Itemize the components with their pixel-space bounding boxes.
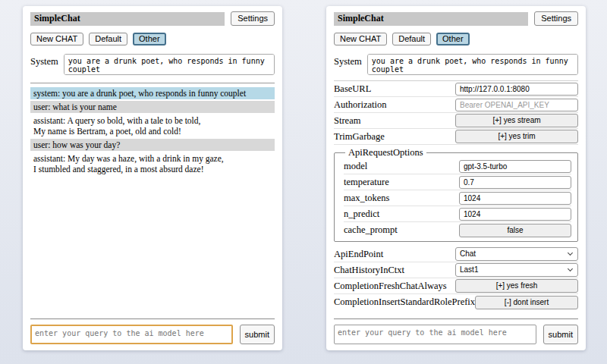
settings-list: BaseURL Authorization Stream [+] yes str… (334, 80, 578, 318)
query-input[interactable] (30, 325, 233, 344)
completion-roleprefix-toggle-button[interactable]: [-] dont insert (475, 296, 578, 309)
max-tokens-input[interactable] (459, 192, 571, 205)
setting-row-chat-history: ChatHistoryInCtxt Last1 (334, 262, 578, 278)
chat-message-user: user: how was your day? (30, 139, 275, 151)
app-title: SimpleChat (334, 12, 528, 26)
chat-history-selected-value: Last1 (460, 265, 478, 274)
chat-messages: system: you are a drunk poet, who respon… (30, 87, 275, 318)
stream-label: Stream (334, 115, 360, 127)
chat-message-user: user: what is your name (30, 101, 275, 113)
max-tokens-label: max_tokens (344, 193, 389, 204)
chat-history-label: ChatHistoryInCtxt (334, 265, 404, 276)
completion-fresh-toggle-button[interactable]: [+] yes fresh (455, 279, 578, 293)
chat-panel: SimpleChat Settings New CHAT Default Oth… (23, 6, 282, 350)
system-prompt-input[interactable]: you are a drunk poet, who responds in fu… (367, 54, 578, 75)
system-prompt-input[interactable]: you are a drunk poet, who responds in fu… (64, 54, 275, 75)
chat-message-assistant: assistant: My day was a haze, with a dri… (30, 152, 275, 175)
query-row: submit (334, 325, 578, 344)
authorization-input[interactable] (455, 99, 578, 111)
submit-button[interactable]: submit (240, 325, 275, 344)
new-chat-button[interactable]: New CHAT (334, 33, 387, 46)
api-endpoint-selected-value: Chat (460, 249, 476, 258)
setting-row-baseurl: BaseURL (334, 81, 578, 97)
section-divider (30, 83, 275, 83)
query-input[interactable] (334, 325, 536, 344)
settings-button[interactable]: Settings (534, 11, 578, 26)
chat-message-assistant: assistant: A query so bold, with a tale … (30, 115, 275, 137)
settings-button[interactable]: Settings (231, 11, 275, 26)
setting-row-completion-roleprefix: CompletionInsertStandardRolePrefix [-] d… (334, 294, 578, 310)
settings-panel: SimpleChat Settings New CHAT Default Oth… (326, 6, 586, 350)
api-request-options-fieldset: ApiRequestOptions model temperature max_… (334, 147, 578, 242)
query-divider (30, 318, 275, 319)
authorization-label: Authorization (334, 99, 386, 111)
header: SimpleChat Settings (334, 11, 578, 26)
model-input[interactable] (459, 160, 571, 173)
n-predict-input[interactable] (459, 208, 571, 221)
cache-prompt-label: cache_prompt (344, 224, 398, 236)
trimgarbage-toggle-button[interactable]: [+] yes trim (455, 130, 578, 143)
temperature-label: temperature (344, 177, 389, 188)
n-predict-label: n_predict (344, 209, 379, 220)
setting-row-completion-fresh: CompletionFreshChatAlways [+] yes fresh (334, 278, 578, 294)
session-buttons: New CHAT Default Other (334, 33, 578, 46)
setting-row-max-tokens: max_tokens (344, 190, 571, 206)
system-prompt-row: System you are a drunk poet, who respond… (30, 54, 275, 75)
baseurl-label: BaseURL (334, 83, 371, 95)
submit-button[interactable]: submit (543, 325, 578, 344)
setting-row-n-predict: n_predict (344, 206, 571, 222)
api-request-options-legend: ApiRequestOptions (345, 147, 426, 158)
stream-toggle-button[interactable]: [+] yes stream (455, 114, 578, 127)
chevron-down-icon (568, 266, 573, 271)
setting-row-trimgarbage: TrimGarbage [+] yes trim (334, 129, 578, 145)
temperature-input[interactable] (459, 176, 571, 189)
session-button-default[interactable]: Default (89, 33, 127, 46)
app-title: SimpleChat (30, 12, 225, 26)
baseurl-input[interactable] (455, 83, 578, 96)
system-prompt-row: System you are a drunk poet, who respond… (334, 54, 578, 75)
api-endpoint-label: ApiEndPoint (334, 249, 383, 260)
setting-row-model: model (344, 158, 571, 174)
trimgarbage-label: TrimGarbage (334, 131, 385, 143)
system-prompt-label: System (334, 54, 362, 67)
chevron-down-icon (568, 250, 573, 256)
api-endpoint-select[interactable]: Chat (455, 247, 578, 261)
session-button-other[interactable]: Other (436, 33, 470, 46)
header: SimpleChat Settings (30, 11, 275, 26)
query-divider (334, 318, 578, 319)
chat-history-select[interactable]: Last1 (455, 263, 578, 277)
setting-row-cache-prompt: cache_prompt false (344, 222, 571, 238)
cache-prompt-toggle-button[interactable]: false (459, 224, 571, 237)
setting-row-authorization: Authorization (334, 97, 578, 113)
completion-roleprefix-label: CompletionInsertStandardRolePrefix (334, 297, 475, 308)
session-button-other[interactable]: Other (133, 33, 166, 46)
system-prompt-label: System (30, 54, 58, 67)
setting-row-stream: Stream [+] yes stream (334, 113, 578, 129)
session-buttons: New CHAT Default Other (30, 33, 275, 46)
chat-message-system: system: you are a drunk poet, who respon… (30, 87, 275, 99)
query-row: submit (30, 325, 275, 344)
completion-fresh-label: CompletionFreshChatAlways (334, 281, 447, 292)
session-button-default[interactable]: Default (392, 33, 431, 46)
setting-row-temperature: temperature (344, 174, 571, 190)
model-label: model (344, 161, 367, 172)
new-chat-button[interactable]: New CHAT (30, 33, 83, 46)
setting-row-api-endpoint: ApiEndPoint Chat (334, 246, 578, 262)
